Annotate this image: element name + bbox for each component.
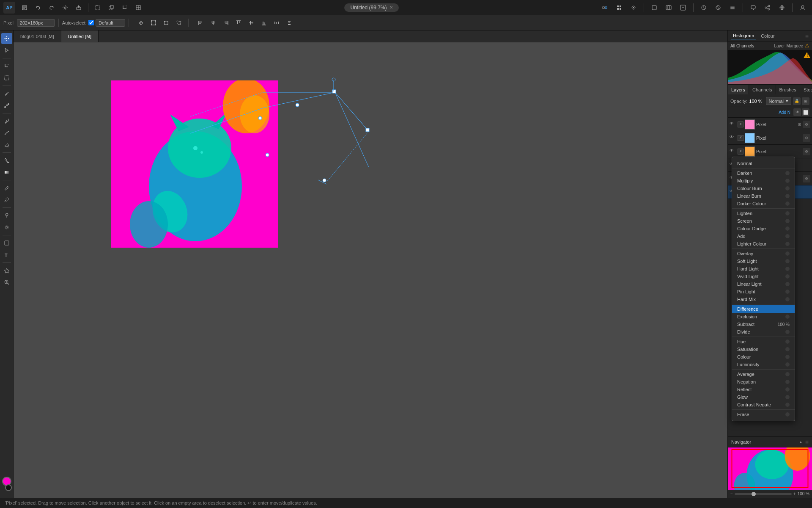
menu-btn-export[interactable] xyxy=(73,2,85,14)
add-layer-btn[interactable]: Add N xyxy=(777,109,792,116)
blend-option-colour[interactable]: Colour xyxy=(732,353,795,361)
layer-options-0[interactable]: ⚙ xyxy=(803,121,810,128)
layer-options-1[interactable]: ⚙ xyxy=(803,134,810,142)
distribute-h-btn[interactable] xyxy=(271,17,283,29)
tool-effects[interactable] xyxy=(1,265,12,276)
blend-option-add[interactable]: Add xyxy=(732,232,795,240)
document-title-pill[interactable]: Untitled (99.7%) ✕ xyxy=(344,3,398,12)
channel-marquee[interactable]: Marquee xyxy=(787,44,803,48)
menu-btn-slice[interactable] xyxy=(132,2,144,14)
layer-vis-1[interactable]: 👁 xyxy=(730,135,736,141)
share-btn[interactable] xyxy=(762,2,774,14)
blend-option-darken[interactable]: Darken xyxy=(732,169,795,177)
tool-dodge[interactable] xyxy=(1,210,12,221)
doc-size-input[interactable] xyxy=(17,19,55,27)
blend-option-exclusion[interactable]: Exclusion xyxy=(732,313,795,320)
tool-eyedropper[interactable] xyxy=(1,182,12,193)
align-left-btn[interactable] xyxy=(195,17,206,29)
align-bottom-btn[interactable] xyxy=(258,17,270,29)
blend-option-divide[interactable]: Divide xyxy=(732,328,795,336)
snapping-btn[interactable] xyxy=(599,2,611,14)
layers-toggle-btn[interactable] xyxy=(727,2,738,14)
tool-zoom[interactable] xyxy=(1,277,12,288)
web-btn[interactable] xyxy=(776,2,788,14)
canvas-tab-1[interactable]: blog01-0403 [M] xyxy=(14,30,61,42)
tab-brushes[interactable]: Brushes xyxy=(776,85,800,94)
tool-gradient[interactable] xyxy=(1,167,12,178)
menu-btn-settings[interactable] xyxy=(59,2,71,14)
auto-select-check[interactable] xyxy=(88,20,94,25)
tab-stock[interactable]: Stock xyxy=(800,85,812,94)
tool-crop[interactable] xyxy=(1,61,12,72)
menu-btn-selection[interactable] xyxy=(105,2,117,14)
blend-option-vivid-light[interactable]: Vivid Light xyxy=(732,273,795,280)
layer-vis-2[interactable]: 👁 xyxy=(730,148,736,155)
user-btn[interactable] xyxy=(797,2,809,14)
blend-option-pin-light[interactable]: Pin Light xyxy=(732,288,795,295)
tab-histogram[interactable]: Histogram xyxy=(731,32,756,39)
tool-clone-stamp[interactable] xyxy=(1,194,12,205)
transform-scale-btn[interactable] xyxy=(148,17,159,29)
zoom-slider-thumb[interactable] xyxy=(752,492,756,496)
blend-option-subtract[interactable]: Subtract 100 % xyxy=(732,320,795,328)
blend-option-hard-mix[interactable]: Hard Mix xyxy=(732,295,795,303)
blend-option-normal[interactable]: Normal xyxy=(732,160,795,167)
transform-rotate-btn[interactable] xyxy=(160,17,172,29)
blend-option-erase[interactable]: Erase xyxy=(732,411,795,418)
canvas-content[interactable] xyxy=(14,42,727,498)
blend-option-linear-burn[interactable]: Linear Burn xyxy=(732,192,795,200)
zoom-out-btn[interactable] xyxy=(663,2,675,14)
layer-lock-btn[interactable]: 🔒 xyxy=(793,97,801,105)
tool-text[interactable]: T xyxy=(1,249,12,260)
tool-pen[interactable] xyxy=(1,88,12,99)
layer-vis-0[interactable]: 👁 xyxy=(730,121,736,128)
blend-option-colour-burn[interactable]: Colour Burn xyxy=(732,185,795,192)
tool-blur[interactable] xyxy=(1,222,12,233)
navigator-menu-btn[interactable]: ≡ xyxy=(805,439,809,445)
color-picker-btn[interactable] xyxy=(712,2,724,14)
blend-option-multiply[interactable]: Multiply xyxy=(732,177,795,185)
align-right-btn[interactable] xyxy=(220,17,232,29)
chat-btn[interactable] xyxy=(747,2,759,14)
layer-item-0[interactable]: 👁 ✗ Pixel ⊞ ⚙ xyxy=(728,118,812,131)
blend-option-saturation[interactable]: Saturation xyxy=(732,345,795,353)
zoom-slider[interactable] xyxy=(735,493,792,495)
channel-select[interactable]: All Channels xyxy=(730,44,773,48)
distribute-v-btn[interactable] xyxy=(283,17,295,29)
blend-option-average[interactable]: Average xyxy=(732,370,795,378)
layer-lock-pixels-btn[interactable]: ⊞ xyxy=(802,97,809,105)
blend-option-soft-light[interactable]: Soft Light xyxy=(732,257,795,265)
blend-option-lighter-colour[interactable]: Lighter Colour xyxy=(732,240,795,248)
canvas-tab-2[interactable]: Untitled [M] xyxy=(61,30,99,42)
menu-btn-undo[interactable] xyxy=(32,2,44,14)
align-center-btn[interactable] xyxy=(207,17,219,29)
zoom-reset-btn[interactable] xyxy=(648,2,660,14)
transform-free-btn[interactable] xyxy=(173,17,185,29)
auto-select-default[interactable] xyxy=(96,19,125,27)
blend-option-glow[interactable]: Glow xyxy=(732,393,795,401)
tool-node[interactable] xyxy=(1,100,12,111)
tool-rect-marquee[interactable] xyxy=(1,72,12,83)
tool-move[interactable] xyxy=(1,33,12,44)
blend-option-overlay[interactable]: Overlay xyxy=(732,250,795,257)
tool-pixel-brush[interactable] xyxy=(1,127,12,138)
blend-option-colour-dodge[interactable]: Colour Dodge xyxy=(732,225,795,232)
menu-btn-marquee[interactable] xyxy=(92,2,104,14)
blend-option-hard-light[interactable]: Hard Light xyxy=(732,265,795,273)
blend-option-contrast-negate[interactable]: Contrast Negate xyxy=(732,401,795,409)
navigator-expand-btn[interactable]: ▲ xyxy=(799,440,803,444)
align-top-btn[interactable] xyxy=(233,17,244,29)
history-btn[interactable] xyxy=(698,2,710,14)
layer-options-4[interactable]: ⚙ xyxy=(803,175,810,182)
blend-option-lighten[interactable]: Lighten xyxy=(732,210,795,217)
blend-option-screen[interactable]: Screen xyxy=(732,217,795,225)
background-color[interactable] xyxy=(5,484,12,491)
layer-item-1[interactable]: 👁 ✗ Pixel ⚙ xyxy=(728,131,812,145)
arrange-btn[interactable] xyxy=(628,2,639,14)
blend-option-luminosity[interactable]: Luminosity xyxy=(732,361,795,368)
align-middle-btn[interactable] xyxy=(245,17,257,29)
tab-colour[interactable]: Colour xyxy=(759,33,776,39)
zoom-out-icon[interactable]: − xyxy=(730,491,733,496)
navigator-preview[interactable] xyxy=(728,447,812,490)
blend-option-reflect[interactable]: Reflect xyxy=(732,386,795,393)
